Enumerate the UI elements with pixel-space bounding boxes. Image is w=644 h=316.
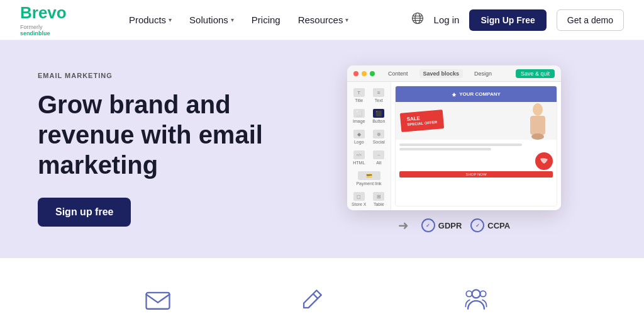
tool-image[interactable]: ⬜ Image xyxy=(350,106,369,126)
tab-design[interactable]: Design xyxy=(470,69,496,78)
editor-mockup: Content Saved blocks Design Save & quit … xyxy=(347,65,561,210)
nav-pricing[interactable]: Pricing xyxy=(252,14,280,25)
logo[interactable]: Brevo Formerly sendinblue xyxy=(20,3,67,37)
save-quit-button[interactable]: Save & quit xyxy=(516,69,555,78)
tool-html-icon: </> xyxy=(353,150,365,159)
brand-formerly: Formerly sendinblue xyxy=(20,24,67,37)
main-nav: Products ▾ Solutions ▾ Pricing Resources… xyxy=(129,14,348,25)
hero-visual: Content Saved blocks Design Save & quit … xyxy=(302,65,606,233)
window-minimize-dot xyxy=(362,71,367,76)
language-button[interactable] xyxy=(411,12,424,28)
demo-button[interactable]: Get a demo xyxy=(557,9,624,31)
header: Brevo Formerly sendinblue Products ▾ Sol… xyxy=(0,0,644,40)
email-preview: YOUR COMPANY SALE SPECIAL OFFER xyxy=(395,86,557,206)
editor-body: T Title ≡ Text ⬜ Image ⬛ Button xyxy=(347,82,561,210)
tool-social[interactable]: ⊕ Social xyxy=(370,127,389,147)
model-figure xyxy=(524,102,552,140)
tool-button[interactable]: ⬛ Button xyxy=(370,106,389,126)
header-actions: Log in Sign Up Free Get a demo xyxy=(411,9,624,31)
tab-content[interactable]: Content xyxy=(384,69,412,78)
product-item xyxy=(535,152,553,170)
svg-rect-7 xyxy=(530,116,545,135)
sale-badge: SALE SPECIAL OFFER xyxy=(400,110,444,132)
hero-cta-button[interactable]: Sign up free xyxy=(38,198,131,227)
feature-inbox: Always hit the inbox xyxy=(109,283,206,316)
svg-point-8 xyxy=(531,133,544,140)
email-banner: SALE SPECIAL OFFER xyxy=(396,102,557,140)
envelope-icon xyxy=(142,283,174,316)
features-section: Always hit the inbox Create stunning ema… xyxy=(0,258,644,316)
svg-rect-9 xyxy=(146,293,169,309)
tool-title-icon: T xyxy=(353,88,365,97)
tool-logo-icon: ◆ xyxy=(353,130,365,138)
pencil-icon xyxy=(296,283,328,316)
brand-name: Brevo xyxy=(20,3,67,23)
tool-alt[interactable]: ~ Alt xyxy=(370,148,389,167)
tool-text[interactable]: ≡ Text xyxy=(370,86,389,105)
editor-canvas: YOUR COMPANY SALE SPECIAL OFFER xyxy=(391,82,561,210)
tool-alt-icon: ~ xyxy=(373,150,384,159)
arrow-icon: ➜ xyxy=(398,218,409,233)
editor-sidebar: T Title ≡ Text ⬜ Image ⬛ Button xyxy=(347,82,391,210)
nav-products[interactable]: Products ▾ xyxy=(129,14,172,25)
hero-content: EMAIL MARKETING Grow brand and revenue w… xyxy=(38,72,302,227)
tool-table-icon: ⊞ xyxy=(373,192,384,201)
tool-payment-icon: 💳 xyxy=(358,171,380,180)
tool-text-icon: ≡ xyxy=(373,88,384,97)
signup-button[interactable]: Sign Up Free xyxy=(469,9,546,31)
people-icon xyxy=(460,283,492,316)
chevron-down-icon: ▾ xyxy=(345,16,348,23)
chevron-down-icon: ▾ xyxy=(169,16,172,23)
tool-store-icon: ◻ xyxy=(353,192,365,201)
editor-titlebar: Content Saved blocks Design Save & quit xyxy=(347,65,561,82)
email-body: SHOP NOW xyxy=(396,140,557,181)
cta-button-preview: SHOP NOW xyxy=(399,171,553,178)
feature-contacts: Store unlimited contacts xyxy=(418,283,535,316)
hero-section: EMAIL MARKETING Grow brand and revenue w… xyxy=(0,40,644,258)
email-header: YOUR COMPANY xyxy=(396,86,557,102)
tool-payment[interactable]: 💳 Payment link xyxy=(350,169,388,188)
login-button[interactable]: Log in xyxy=(434,14,460,25)
window-maximize-dot xyxy=(370,71,375,76)
tool-image-icon: ⬜ xyxy=(353,109,365,118)
svg-point-11 xyxy=(480,291,486,296)
ccpa-badge: ✓ CCPA xyxy=(470,218,510,232)
ccpa-icon: ✓ xyxy=(470,218,484,232)
gdpr-badge: ✓ GDPR xyxy=(421,218,462,232)
svg-point-6 xyxy=(533,103,543,116)
window-close-dot xyxy=(353,71,358,76)
svg-point-10 xyxy=(472,290,480,298)
editor-tabs: Content Saved blocks Design xyxy=(384,69,496,78)
gdpr-icon: ✓ xyxy=(421,218,435,232)
svg-marker-5 xyxy=(452,93,457,97)
tool-store[interactable]: ◻ Store X xyxy=(350,189,369,209)
tab-saved-blocks[interactable]: Saved blocks xyxy=(419,69,464,78)
hero-title: Grow brand and revenue with email market… xyxy=(38,89,302,180)
tool-html[interactable]: </> HTML xyxy=(350,148,369,167)
compliance-badges: ➜ ✓ GDPR ✓ CCPA xyxy=(398,218,510,233)
tool-logo[interactable]: ◆ Logo xyxy=(350,127,369,147)
nav-solutions[interactable]: Solutions ▾ xyxy=(189,14,234,25)
nav-resources[interactable]: Resources ▾ xyxy=(298,14,349,25)
feature-emails: Create stunning emails xyxy=(257,283,367,316)
tool-table[interactable]: ⊞ Table xyxy=(370,189,389,209)
tool-social-icon: ⊕ xyxy=(373,130,384,138)
tool-button-icon: ⬛ xyxy=(373,109,384,118)
chevron-down-icon: ▾ xyxy=(231,16,234,23)
hero-tag: EMAIL MARKETING xyxy=(38,72,302,79)
tool-title[interactable]: T Title xyxy=(350,86,369,105)
svg-point-12 xyxy=(467,291,472,296)
